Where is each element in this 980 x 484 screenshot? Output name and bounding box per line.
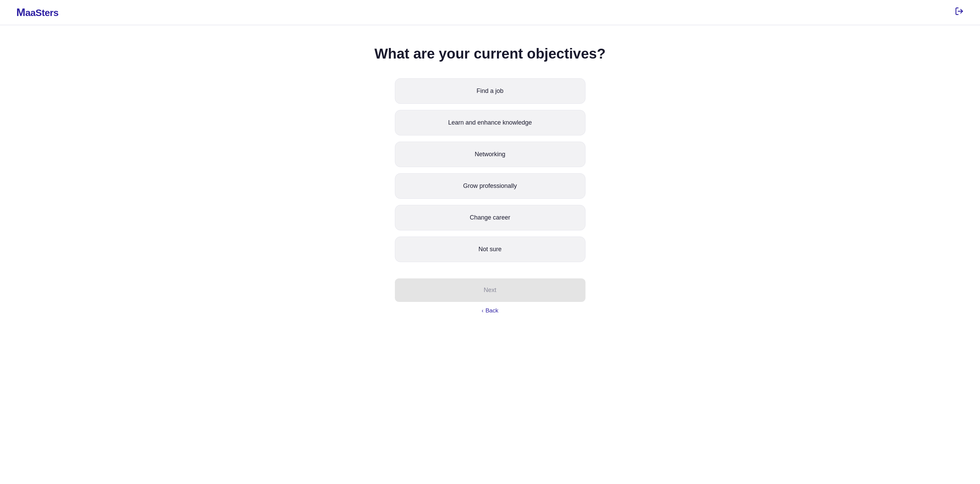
next-button[interactable]: Next — [395, 279, 585, 302]
options-container: Find a job Learn and enhance knowledge N… — [395, 78, 585, 262]
logo-text: MaaSters — [16, 8, 59, 18]
chevron-left-icon: ‹ — [482, 308, 484, 314]
logo: MaaSters — [16, 6, 59, 19]
actions-container: Next ‹ Back — [395, 279, 585, 314]
option-grow-professionally[interactable]: Grow professionally — [395, 173, 585, 199]
logo-rest: aaSters — [25, 8, 59, 18]
logout-icon — [955, 8, 964, 18]
back-button[interactable]: ‹ Back — [482, 307, 498, 314]
option-learn-enhance[interactable]: Learn and enhance knowledge — [395, 110, 585, 135]
page-title: What are your current objectives? — [374, 46, 606, 62]
option-not-sure[interactable]: Not sure — [395, 237, 585, 262]
back-label: Back — [485, 307, 498, 314]
option-change-career[interactable]: Change career — [395, 205, 585, 231]
logo-m: M — [16, 6, 25, 18]
app-header: MaaSters — [0, 0, 980, 25]
main-content: What are your current objectives? Find a… — [0, 25, 980, 328]
option-find-a-job[interactable]: Find a job — [395, 78, 585, 104]
logout-button[interactable] — [955, 7, 964, 18]
option-networking[interactable]: Networking — [395, 142, 585, 167]
